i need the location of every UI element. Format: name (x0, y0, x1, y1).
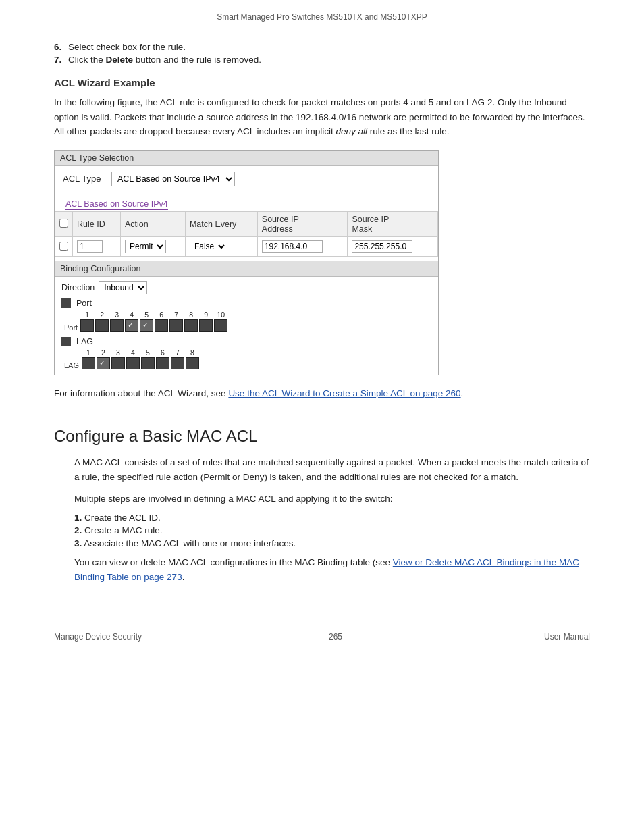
table-row: Permit False (55, 236, 438, 256)
lag-numbers-labels: 1 2 3 4 5 6 7 8 (82, 348, 199, 357)
action-select[interactable]: Permit (125, 240, 166, 253)
page-header: Smart Managed Pro Switches MS510TX and M… (0, 0, 644, 28)
col-match-every: Match Every (185, 211, 257, 236)
direction-label: Direction (61, 283, 95, 292)
lag-box-8[interactable] (186, 357, 199, 369)
acl-wizard-heading: ACL Wizard Example (54, 77, 590, 88)
col-checkbox (55, 211, 73, 236)
col-rule-id: Rule ID (73, 211, 121, 236)
rule-id-input[interactable] (77, 240, 103, 253)
binding-config-bar: Binding Configuration (55, 261, 438, 277)
port-box-8[interactable] (184, 319, 198, 332)
row-match-every: False (185, 236, 257, 256)
acl-type-select[interactable]: ACL Based on Source IPv4 (111, 172, 235, 186)
mac-step-3: 3. Associate the MAC ACL with one or mor… (74, 538, 590, 548)
port-box-6[interactable] (155, 319, 168, 332)
mac-acl-heading: Configure a Basic MAC ACL (54, 417, 590, 446)
footer-right: User Manual (509, 632, 590, 642)
lag-boxes-row: ✓ (82, 357, 199, 369)
row-source-ip (257, 236, 348, 256)
mac-acl-para2: Multiple steps are involved in defining … (74, 492, 590, 506)
step-7: 7. Click the Delete button and the rule … (54, 55, 590, 65)
direction-select[interactable]: Inbound (99, 281, 147, 294)
acl-wizard-link[interactable]: Use the ACL Wizard to Create a Simple AC… (228, 388, 460, 398)
acl-source-label: ACL Based on Source IPv4 (65, 199, 168, 210)
col-source-ip-address: Source IPAddress (257, 211, 348, 236)
port-box-5[interactable]: ✓ (140, 319, 153, 332)
port-box-10[interactable] (214, 319, 227, 332)
port-box-7[interactable] (169, 319, 183, 332)
lag-box-2[interactable]: ✓ (97, 357, 110, 369)
row-checkbox[interactable] (59, 242, 68, 251)
mac-acl-link-para: You can view or delete MAC ACL configura… (74, 555, 590, 584)
lag-box-1[interactable] (82, 357, 95, 369)
col-action: Action (120, 211, 185, 236)
lag-box-4[interactable] (126, 357, 140, 369)
port-numbers-labels: 1 2 3 4 5 6 7 8 9 10 (80, 311, 227, 319)
row-rule-id (73, 236, 121, 256)
port-box-1[interactable] (80, 319, 94, 332)
source-mask-input[interactable] (352, 240, 412, 253)
port-box-4[interactable]: ✓ (125, 319, 138, 332)
mac-acl-steps: 1. Create the ACL ID. 2. Create a MAC ru… (74, 513, 590, 548)
source-ip-input[interactable] (262, 240, 323, 253)
port-label-prefix: Port (64, 323, 78, 332)
lag-box-6[interactable] (156, 357, 169, 369)
match-every-select[interactable]: False (190, 240, 227, 253)
acl-source-bar: ACL Based on Source IPv4 (55, 192, 438, 211)
acl-wizard-link-para: For information about the ACL Wizard, se… (54, 386, 590, 401)
lag-label-row: LAG (61, 337, 431, 346)
lag-label-prefix: LAG (64, 361, 79, 369)
lag-icon (61, 337, 71, 346)
acl-wizard-box: ACL Type Selection ACL Type ACL Based on… (54, 150, 439, 375)
mac-step-2: 2. Create a MAC rule. (74, 525, 590, 536)
acl-wizard-intro: In the following figure, the ACL rule is… (54, 95, 590, 139)
port-box-3[interactable] (110, 319, 124, 332)
row-checkbox-cell (55, 236, 73, 256)
col-source-ip-mask: Source IPMask (348, 211, 438, 236)
port-box-9[interactable] (199, 319, 213, 332)
acl-type-label: ACL Type (63, 174, 103, 184)
port-box-2[interactable] (95, 319, 109, 332)
port-icon (61, 298, 71, 308)
page-footer: Manage Device Security 265 User Manual (0, 625, 644, 648)
lag-box-5[interactable] (141, 357, 155, 369)
acl-type-selection-bar: ACL Type Selection (55, 151, 438, 166)
header-title: Smart Managed Pro Switches MS510TX and M… (217, 12, 427, 22)
mac-acl-intro: A MAC ACL consists of a set of rules tha… (74, 455, 590, 484)
select-all-checkbox[interactable] (59, 219, 68, 228)
lag-box-3[interactable] (111, 357, 125, 369)
acl-table-wrap: Rule ID Action Match Every Source IPAddr… (55, 211, 438, 261)
row-source-mask (348, 236, 438, 256)
port-label-row: Port (61, 298, 431, 308)
footer-left: Manage Device Security (54, 632, 162, 642)
acl-rules-table: Rule ID Action Match Every Source IPAddr… (55, 211, 438, 257)
acl-type-row: ACL Type ACL Based on Source IPv4 (55, 166, 438, 192)
lag-box-7[interactable] (171, 357, 184, 369)
step-6: 6. Select check box for the rule. (54, 42, 590, 52)
port-label: Port (76, 298, 92, 308)
port-boxes-row: ✓ ✓ (80, 319, 227, 332)
mac-step-1: 1. Create the ACL ID. (74, 513, 590, 523)
lag-label: LAG (76, 337, 93, 346)
row-action: Permit (120, 236, 185, 256)
binding-inner: Direction Inbound Port Port 1 2 3 4 (55, 277, 438, 375)
direction-row: Direction Inbound (61, 281, 431, 294)
footer-center: 265 (162, 632, 509, 642)
